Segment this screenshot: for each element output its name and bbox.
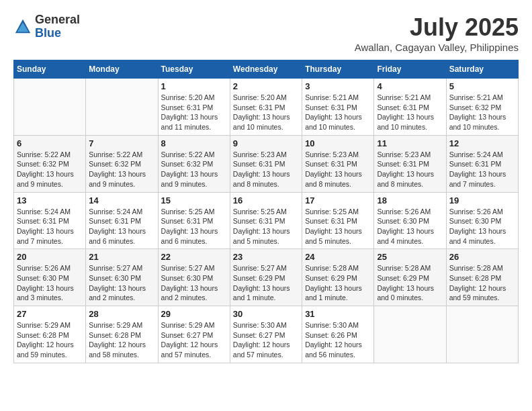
daylight-text: Daylight: 13 hours and 11 minutes.: [161, 113, 218, 131]
header-sunday: Sunday: [14, 60, 86, 79]
sunrise-text: Sunrise: 5:24 AM: [449, 150, 503, 158]
sunrise-text: Sunrise: 5:29 AM: [161, 321, 215, 329]
sunset-text: Sunset: 6:32 PM: [17, 160, 69, 168]
day-number: 14: [89, 195, 154, 205]
day-cell: 21Sunrise: 5:27 AMSunset: 6:30 PMDayligh…: [86, 249, 158, 306]
day-detail: Sunrise: 5:20 AMSunset: 6:31 PMDaylight:…: [233, 93, 299, 132]
day-detail: Sunrise: 5:29 AMSunset: 6:27 PMDaylight:…: [161, 320, 227, 360]
day-number: 8: [161, 138, 227, 148]
day-detail: Sunrise: 5:21 AMSunset: 6:31 PMDaylight:…: [305, 93, 371, 132]
sunrise-text: Sunrise: 5:27 AM: [161, 264, 215, 272]
logo-icon: [13, 17, 32, 36]
sunset-text: Sunset: 6:31 PM: [233, 217, 285, 225]
day-cell: 27Sunrise: 5:29 AMSunset: 6:28 PMDayligh…: [14, 306, 86, 363]
day-number: 16: [233, 195, 299, 205]
sunrise-text: Sunrise: 5:20 AM: [161, 93, 215, 101]
daylight-text: Daylight: 12 hours and 56 minutes.: [305, 340, 362, 359]
sunrise-text: Sunrise: 5:30 AM: [233, 321, 287, 329]
sunrise-text: Sunrise: 5:27 AM: [89, 264, 142, 272]
day-detail: Sunrise: 5:27 AMSunset: 6:29 PMDaylight:…: [233, 263, 299, 303]
day-number: 12: [449, 138, 515, 148]
day-cell: 28Sunrise: 5:29 AMSunset: 6:28 PMDayligh…: [86, 306, 158, 363]
daylight-text: Daylight: 13 hours and 9 minutes.: [89, 170, 146, 188]
day-detail: Sunrise: 5:24 AMSunset: 6:31 PMDaylight:…: [17, 207, 83, 246]
day-detail: Sunrise: 5:21 AMSunset: 6:31 PMDaylight:…: [377, 93, 443, 132]
logo-general-text: General: [35, 13, 80, 27]
daylight-text: Daylight: 12 hours and 57 minutes.: [233, 340, 290, 359]
day-detail: Sunrise: 5:21 AMSunset: 6:32 PMDaylight:…: [449, 93, 515, 132]
daylight-text: Daylight: 12 hours and 59 minutes.: [17, 340, 74, 359]
sunrise-text: Sunrise: 5:26 AM: [449, 208, 503, 216]
sunset-text: Sunset: 6:31 PM: [89, 217, 141, 225]
sunset-text: Sunset: 6:31 PM: [305, 103, 357, 111]
daylight-text: Daylight: 13 hours and 5 minutes.: [233, 227, 290, 245]
sunset-text: Sunset: 6:29 PM: [233, 274, 285, 282]
day-detail: Sunrise: 5:30 AMSunset: 6:26 PMDaylight:…: [305, 320, 371, 360]
daylight-text: Daylight: 13 hours and 10 minutes.: [377, 113, 434, 131]
day-cell: [446, 306, 518, 363]
daylight-text: Daylight: 13 hours and 6 minutes.: [89, 227, 146, 245]
header-wednesday: Wednesday: [230, 60, 302, 79]
daylight-text: Daylight: 13 hours and 5 minutes.: [305, 227, 362, 245]
header-row: Sunday Monday Tuesday Wednesday Thursday…: [14, 60, 519, 79]
daylight-text: Daylight: 12 hours and 57 minutes.: [161, 340, 218, 359]
sunrise-text: Sunrise: 5:30 AM: [305, 321, 359, 329]
day-number: 9: [233, 138, 299, 148]
sunset-text: Sunset: 6:31 PM: [377, 103, 429, 111]
sunset-text: Sunset: 6:27 PM: [161, 331, 214, 339]
day-number: 23: [233, 252, 299, 262]
day-cell: 26Sunrise: 5:28 AMSunset: 6:28 PMDayligh…: [446, 249, 518, 306]
sunset-text: Sunset: 6:31 PM: [17, 217, 69, 225]
day-cell: 31Sunrise: 5:30 AMSunset: 6:26 PMDayligh…: [302, 306, 374, 363]
day-detail: Sunrise: 5:25 AMSunset: 6:31 PMDaylight:…: [161, 207, 227, 246]
day-number: 1: [161, 81, 227, 91]
day-cell: 29Sunrise: 5:29 AMSunset: 6:27 PMDayligh…: [158, 306, 230, 363]
sunrise-text: Sunrise: 5:28 AM: [305, 264, 359, 272]
daylight-text: Daylight: 13 hours and 9 minutes.: [17, 170, 74, 188]
daylight-text: Daylight: 13 hours and 4 minutes.: [449, 227, 506, 245]
sunset-text: Sunset: 6:31 PM: [377, 160, 429, 168]
header-tuesday: Tuesday: [158, 60, 230, 79]
day-cell: 20Sunrise: 5:26 AMSunset: 6:30 PMDayligh…: [14, 249, 86, 306]
sunrise-text: Sunrise: 5:23 AM: [377, 150, 431, 158]
page-header: General Blue July 2025 Awallan, Cagayan …: [13, 13, 519, 53]
logo-text: General Blue: [35, 13, 80, 40]
logo: General Blue: [13, 13, 80, 40]
daylight-text: Daylight: 13 hours and 9 minutes.: [161, 170, 218, 188]
sunrise-text: Sunrise: 5:20 AM: [233, 93, 287, 101]
day-cell: 7Sunrise: 5:22 AMSunset: 6:32 PMDaylight…: [86, 135, 158, 192]
day-number: 22: [161, 252, 227, 262]
sunset-text: Sunset: 6:29 PM: [377, 274, 429, 282]
daylight-text: Daylight: 13 hours and 8 minutes.: [233, 170, 290, 188]
header-thursday: Thursday: [302, 60, 374, 79]
daylight-text: Daylight: 13 hours and 10 minutes.: [449, 113, 506, 131]
day-number: 25: [377, 252, 443, 262]
sunrise-text: Sunrise: 5:28 AM: [449, 264, 503, 272]
day-number: 26: [449, 252, 515, 262]
header-friday: Friday: [374, 60, 446, 79]
sunrise-text: Sunrise: 5:27 AM: [233, 264, 287, 272]
day-number: 31: [305, 309, 371, 319]
daylight-text: Daylight: 13 hours and 1 minute.: [305, 284, 362, 302]
sunrise-text: Sunrise: 5:24 AM: [17, 208, 71, 216]
sunset-text: Sunset: 6:32 PM: [449, 103, 502, 111]
day-number: 6: [17, 138, 83, 148]
day-number: 18: [377, 195, 443, 205]
day-number: 27: [17, 309, 83, 319]
location-subtitle: Awallan, Cagayan Valley, Philippines: [355, 42, 519, 53]
day-cell: 24Sunrise: 5:28 AMSunset: 6:29 PMDayligh…: [302, 249, 374, 306]
day-detail: Sunrise: 5:22 AMSunset: 6:32 PMDaylight:…: [161, 150, 227, 189]
sunrise-text: Sunrise: 5:29 AM: [89, 321, 142, 329]
day-cell: 16Sunrise: 5:25 AMSunset: 6:31 PMDayligh…: [230, 192, 302, 249]
day-detail: Sunrise: 5:23 AMSunset: 6:31 PMDaylight:…: [377, 150, 443, 189]
sunrise-text: Sunrise: 5:25 AM: [305, 208, 359, 216]
header-monday: Monday: [86, 60, 158, 79]
sunrise-text: Sunrise: 5:24 AM: [89, 208, 142, 216]
day-detail: Sunrise: 5:26 AMSunset: 6:30 PMDaylight:…: [377, 207, 443, 246]
day-cell: 6Sunrise: 5:22 AMSunset: 6:32 PMDaylight…: [14, 135, 86, 192]
sunrise-text: Sunrise: 5:29 AM: [17, 321, 71, 329]
sunset-text: Sunset: 6:30 PM: [377, 217, 429, 225]
day-detail: Sunrise: 5:23 AMSunset: 6:31 PMDaylight:…: [305, 150, 371, 189]
sunset-text: Sunset: 6:30 PM: [17, 274, 69, 282]
daylight-text: Daylight: 13 hours and 7 minutes.: [449, 170, 506, 188]
